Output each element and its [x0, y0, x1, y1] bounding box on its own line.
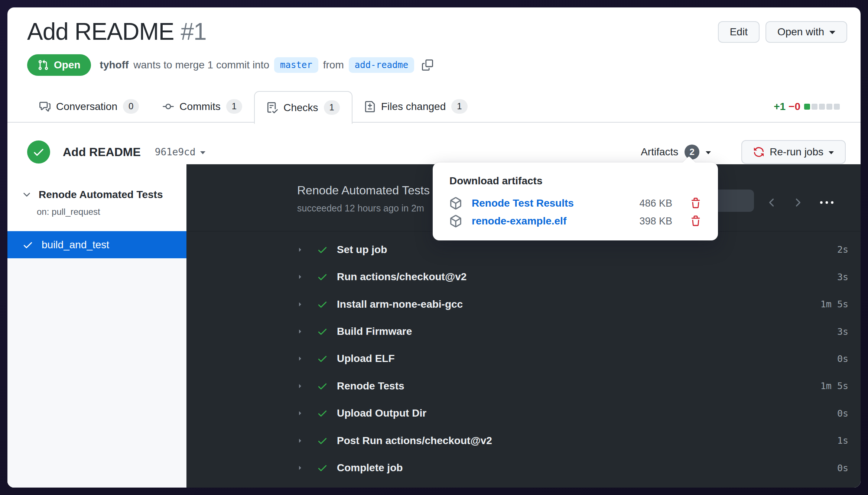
tab-commits[interactable]: Commits 1: [151, 91, 254, 122]
workflow-trigger: on: pull_request: [37, 207, 100, 217]
page-background: Add README #1 Edit Open with Open tyhoff…: [0, 0, 868, 495]
head-branch-link[interactable]: add-readme: [349, 57, 415, 73]
artifact-download-link[interactable]: Renode Test Results: [472, 197, 574, 209]
artifacts-label: Artifacts: [641, 146, 678, 158]
step-row-renode-tests[interactable]: Renode Tests 1m 5s: [186, 372, 861, 399]
step-name: Run actions/checkout@v2: [337, 271, 466, 283]
step-duration: 0s: [837, 353, 848, 364]
tab-count: 1: [324, 100, 340, 114]
jobs-sidebar: Renode Automated Tests on: pull_request …: [7, 164, 186, 488]
open-with-label: Open with: [777, 26, 824, 38]
diffstat-additions: +1: [774, 101, 786, 113]
tab-label: Conversation: [56, 101, 117, 113]
pull-request-card: Add README #1 Edit Open with Open tyhoff…: [7, 7, 861, 488]
step-duration: 1m 5s: [820, 381, 848, 391]
chevron-down-icon: [706, 151, 711, 154]
pr-state-label: Open: [54, 59, 81, 71]
artifact-row: renode-example.elf 398 KB: [449, 212, 701, 230]
tab-label: Commits: [179, 101, 220, 113]
chevron-down-icon: [829, 151, 834, 154]
triangle-right-icon: [296, 273, 304, 281]
step-duration: 2s: [837, 244, 848, 255]
artifacts-count-badge: 2: [685, 145, 699, 159]
step-duration: 0s: [837, 408, 848, 419]
checklist-icon: [267, 102, 278, 113]
prev-match-button[interactable]: [766, 196, 778, 210]
package-icon: [449, 197, 462, 210]
edit-button[interactable]: Edit: [718, 21, 760, 43]
copy-branch-icon[interactable]: [422, 59, 433, 71]
workflow-group-toggle[interactable]: Renode Automated Tests: [22, 189, 163, 201]
tab-count: 1: [451, 99, 467, 113]
kebab-horizontal-icon: [820, 196, 833, 210]
chevron-down-icon: [200, 151, 205, 154]
page-title: Add README #1: [27, 18, 207, 45]
check-icon: [317, 462, 328, 473]
sidebar-job-build-and-test[interactable]: build_and_test: [7, 231, 186, 258]
tab-count: 1: [226, 99, 242, 113]
step-name: Renode Tests: [337, 380, 404, 392]
step-row-upload-elf[interactable]: Upload ELF 0s: [186, 345, 861, 372]
delete-artifact-button[interactable]: [690, 198, 701, 209]
author-name: tyhoff: [100, 59, 129, 71]
diffstat: +1 −0: [774, 91, 840, 122]
from-label: from: [323, 59, 344, 71]
tab-files-changed[interactable]: Files changed 1: [352, 91, 479, 122]
step-list: Set up job 2s Run actions/checkout@v2 3s…: [186, 236, 861, 482]
job-panel-title: Renode Automated Tests: [297, 184, 430, 197]
step-row-install-gcc[interactable]: Install arm-none-eabi-gcc 1m 5s: [186, 291, 861, 318]
step-name: Complete job: [337, 462, 403, 474]
step-row-complete-job[interactable]: Complete job 0s: [186, 454, 861, 482]
tab-conversation[interactable]: Conversation 0: [27, 91, 151, 122]
triangle-right-icon: [296, 327, 304, 336]
pr-status-row: Open tyhoff wants to merge 1 commit into…: [27, 54, 433, 76]
tab-label: Files changed: [381, 101, 446, 113]
diffstat-block: [834, 104, 840, 110]
step-name: Install arm-none-eabi-gcc: [337, 298, 463, 310]
tab-label: Checks: [283, 102, 318, 114]
step-duration: 3s: [837, 272, 848, 282]
package-icon: [449, 215, 462, 227]
step-name: Upload Output Dir: [337, 407, 426, 419]
git-pull-request-icon: [38, 59, 49, 71]
header-actions: Edit Open with: [718, 21, 847, 43]
check-icon: [317, 435, 328, 446]
step-name: Build Firmware: [337, 326, 412, 337]
triangle-right-icon: [296, 300, 304, 308]
commit-sha: 961e9cd: [155, 146, 196, 158]
step-row-post-checkout[interactable]: Post Run actions/checkout@v2 1s: [186, 427, 861, 454]
git-commit-icon: [163, 101, 174, 112]
triangle-right-icon: [296, 382, 304, 390]
artifact-download-link[interactable]: renode-example.elf: [472, 215, 566, 227]
diffstat-block: [826, 104, 832, 110]
artifacts-dropdown-toggle[interactable]: Artifacts 2: [641, 145, 711, 159]
trash-icon: [690, 216, 701, 227]
step-name: Upload ELF: [337, 353, 395, 365]
commit-sha-dropdown[interactable]: 961e9cd: [155, 146, 206, 158]
triangle-right-icon: [296, 409, 304, 417]
artifact-size: 398 KB: [639, 216, 672, 227]
delete-artifact-button[interactable]: [690, 216, 701, 227]
check-icon: [22, 239, 33, 250]
diffstat-block: [812, 104, 817, 110]
diffstat-deletions: −0: [789, 101, 800, 113]
step-row-checkout[interactable]: Run actions/checkout@v2 3s: [186, 263, 861, 290]
open-with-button[interactable]: Open with: [765, 21, 847, 43]
step-row-upload-output-dir[interactable]: Upload Output Dir 0s: [186, 400, 861, 427]
pr-title-text: Add README: [27, 18, 174, 45]
chevron-left-icon: [766, 196, 778, 209]
step-row-build-firmware[interactable]: Build Firmware 3s: [186, 318, 861, 345]
check-icon: [32, 146, 45, 158]
job-panel-status: succeeded 12 hours ago in 2m: [297, 203, 424, 214]
base-branch-link[interactable]: master: [274, 57, 318, 73]
triangle-right-icon: [296, 355, 304, 363]
diffstat-block: [819, 104, 825, 110]
job-name: build_and_test: [42, 239, 109, 251]
step-duration: 0s: [837, 463, 848, 473]
comment-discussion-icon: [39, 101, 51, 112]
tab-checks[interactable]: Checks 1: [254, 91, 352, 124]
next-match-button[interactable]: [791, 196, 804, 210]
trash-icon: [690, 198, 701, 209]
log-settings-button[interactable]: [820, 196, 833, 211]
rerun-jobs-button[interactable]: Re-run jobs: [741, 140, 846, 164]
